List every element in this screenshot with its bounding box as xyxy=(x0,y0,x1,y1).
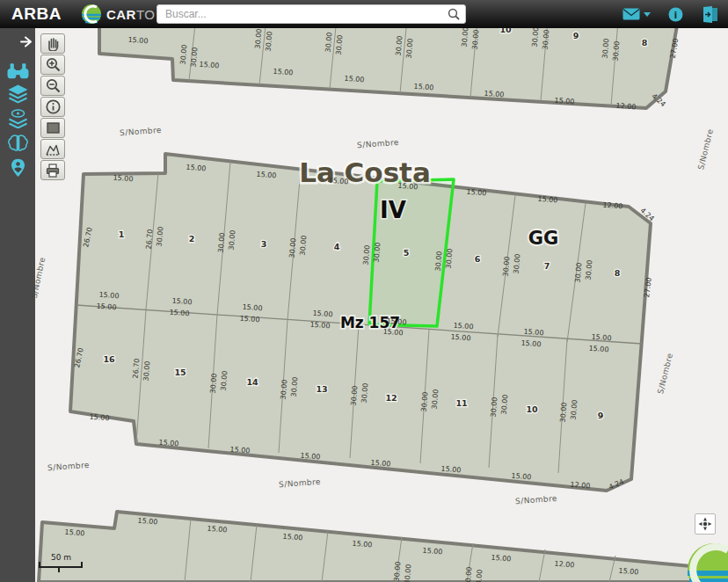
collapse-arrow-icon[interactable] xyxy=(20,36,33,47)
measurement-label: 15.00 xyxy=(591,333,611,343)
map-tool-column xyxy=(40,33,65,181)
parcel-number: 3 xyxy=(261,239,267,249)
measurement-label: 30.00 xyxy=(475,569,484,582)
search-input[interactable] xyxy=(157,4,466,24)
messages-button[interactable] xyxy=(622,8,651,20)
feature-info-tool[interactable] xyxy=(40,97,65,117)
parcel-number: 13 xyxy=(316,384,327,394)
logout-icon xyxy=(701,6,719,23)
carto-logo: CARTO xyxy=(81,4,156,25)
measurement-label: 15.00 xyxy=(450,333,470,343)
parcel-number: 16 xyxy=(103,354,115,364)
print-map-tool[interactable] xyxy=(40,160,65,180)
arba-logo: ARBA xyxy=(11,4,62,24)
measurement-label: 15.00 xyxy=(169,309,189,318)
parcel-number: 15 xyxy=(174,367,186,377)
measurement-label: 15.00 xyxy=(127,36,148,46)
measurement-label: 15.00 xyxy=(453,322,473,331)
measurement-label: 15.00 xyxy=(96,302,116,312)
parcel-number: 8 xyxy=(642,38,648,47)
user-location-icon[interactable] xyxy=(7,158,29,178)
scale-label: 50 m xyxy=(51,553,83,562)
envelope-icon xyxy=(622,8,640,20)
logout-button[interactable] xyxy=(701,6,719,23)
zoom-out-tool[interactable] xyxy=(40,76,65,96)
measurement-label: 15.00 xyxy=(309,321,330,331)
parcel-number: 5 xyxy=(404,248,410,258)
select-rectangle-tool[interactable] xyxy=(40,118,65,138)
parcel-number: 11 xyxy=(455,398,467,408)
left-sidebar xyxy=(0,28,35,582)
parcel-number: 4 xyxy=(334,242,340,251)
carto-watermark-icon xyxy=(686,542,728,582)
brain-icon[interactable] xyxy=(7,134,29,153)
scale-bar: 50 m xyxy=(39,553,83,572)
scale-subline xyxy=(39,567,60,572)
measurement-label: 15.00 xyxy=(242,303,262,313)
header-actions: i xyxy=(622,0,719,28)
layers-visibility-icon[interactable] xyxy=(7,109,29,128)
search-box xyxy=(157,4,466,24)
help-icon: i xyxy=(668,7,683,22)
measurement-label: 15.00 xyxy=(588,345,608,354)
parcel-number: 10 xyxy=(526,404,538,414)
parcel-number: 9 xyxy=(598,411,604,420)
svg-text:i: i xyxy=(674,9,678,20)
parcel-number: 14 xyxy=(246,377,258,387)
parcel-number: 1 xyxy=(119,229,125,239)
measurement-label: 15.00 xyxy=(386,317,406,327)
help-button[interactable]: i xyxy=(668,7,683,22)
locate-button[interactable] xyxy=(695,513,716,535)
parcel-number: 9 xyxy=(573,31,579,40)
layers-icon[interactable] xyxy=(7,84,29,104)
zone-label: IV xyxy=(380,197,406,223)
compass-icon xyxy=(698,517,712,531)
measurement-label: 15.00 xyxy=(171,297,192,307)
measurement-label: 30.00 xyxy=(464,566,474,582)
carto-word-light: TO xyxy=(136,7,156,22)
arba-carto-app: { "header": { "brand": "ARBA", "logo_tex… xyxy=(0,0,728,582)
measurement-label: 15.00 xyxy=(239,315,259,324)
caret-down-icon xyxy=(644,12,651,17)
pan-hand-tool[interactable] xyxy=(40,33,65,54)
measurement-label: 15.00 xyxy=(89,413,109,423)
top-bar: ARBA CARTO i xyxy=(0,0,728,28)
carto-word-bold: CAR xyxy=(106,7,136,22)
search-icon[interactable] xyxy=(448,8,460,20)
parcel-number: 12 xyxy=(385,393,397,403)
cadastral-map[interactable]: La Costa IV GG Mz 157 15.0015.0015.0015.… xyxy=(0,0,728,582)
carto-globe-icon xyxy=(81,4,102,25)
measurement-label: 15.00 xyxy=(98,291,119,301)
measurement-label: 30.00 xyxy=(404,564,413,582)
measurement-label: 15.00 xyxy=(523,328,543,338)
parcel-number: 8 xyxy=(615,268,621,278)
zoom-in-tool[interactable] xyxy=(40,55,65,75)
parcel-number: 7 xyxy=(544,261,550,271)
binoculars-icon[interactable] xyxy=(7,62,29,81)
measurement-label: 15.00 xyxy=(382,328,403,338)
measurement-label: 15.00 xyxy=(521,339,541,349)
measure-area-tool[interactable] xyxy=(40,139,65,159)
parcel-number: 2 xyxy=(189,234,195,244)
carto-wordmark: CARTO xyxy=(106,7,156,22)
sector-label: GG xyxy=(528,228,558,249)
parcel-number: 6 xyxy=(475,254,481,264)
measurement-label: 15.00 xyxy=(312,309,332,319)
measurement-label: 15.00 xyxy=(113,174,133,184)
